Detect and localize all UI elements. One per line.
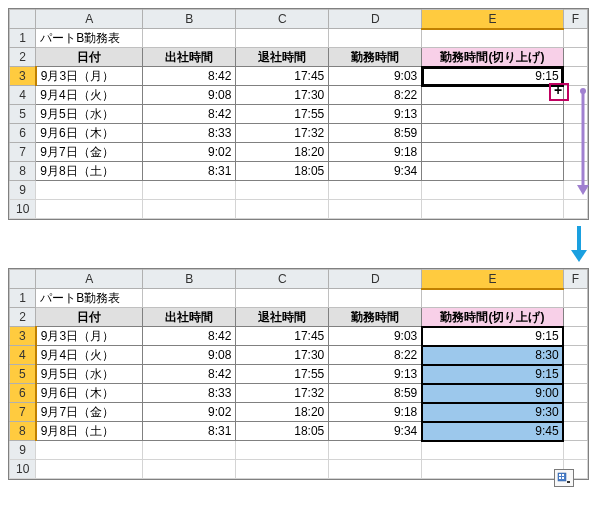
row-10[interactable]: 10 [10,200,588,219]
cell-A6[interactable]: 9月6日（木） [36,124,143,143]
column-headers[interactable]: A B C D E F [10,270,588,289]
cell-A4[interactable]: 9月4日（火） [36,346,143,365]
cell-B6[interactable]: 8:33 [143,124,236,143]
rowhdr-2[interactable]: 2 [10,48,36,67]
cell-B3[interactable]: 8:42 [143,327,236,346]
cell-D6[interactable]: 8:59 [329,124,422,143]
cell-A4[interactable]: 9月4日（火） [36,86,143,105]
col-E[interactable]: E [422,270,563,289]
rowhdr-7[interactable]: 7 [10,403,36,422]
cell-E8[interactable] [422,162,563,181]
cell-E6[interactable] [422,124,563,143]
rowhdr-10[interactable]: 10 [10,460,36,479]
hdr-work[interactable]: 勤務時間 [329,48,422,67]
column-headers[interactable]: A B C D E F [10,10,588,29]
rowhdr-6[interactable]: 6 [10,124,36,143]
hdr-start[interactable]: 出社時間 [143,308,236,327]
col-E[interactable]: E [422,10,563,29]
col-B[interactable]: B [143,270,236,289]
rowhdr-4[interactable]: 4 [10,86,36,105]
cell-C3[interactable]: 17:45 [236,67,329,86]
row-6[interactable]: 69月6日（木）8:3317:328:599:00 [10,384,588,403]
rowhdr-1[interactable]: 1 [10,29,36,48]
row-5[interactable]: 59月5日（水）8:4217:559:13 [10,105,588,124]
cell-B8[interactable]: 8:31 [143,422,236,441]
row-2[interactable]: 2 日付 出社時間 退社時間 勤務時間 勤務時間(切り上げ) [10,308,588,327]
row-1[interactable]: 1 パートB勤務表 [10,289,588,308]
cell-D4[interactable]: 8:22 [329,86,422,105]
cell-D4[interactable]: 8:22 [329,346,422,365]
rowhdr-10[interactable]: 10 [10,200,36,219]
row-1[interactable]: 1 パートB勤務表 [10,29,588,48]
row-3[interactable]: 39月3日（月）8:4217:459:039:15 [10,327,588,346]
cell-A3[interactable]: 9月3日（月） [36,67,143,86]
cell-C5[interactable]: 17:55 [236,365,329,384]
hdr-round[interactable]: 勤務時間(切り上げ) [422,308,563,327]
rowhdr-9[interactable]: 9 [10,441,36,460]
cell-C6[interactable]: 17:32 [236,384,329,403]
cell-C7[interactable]: 18:20 [236,143,329,162]
cell-B7[interactable]: 9:02 [143,403,236,422]
cell-B6[interactable]: 8:33 [143,384,236,403]
cell-E4[interactable] [422,86,563,105]
cell-E6[interactable]: 9:00 [422,384,563,403]
cell-E7[interactable] [422,143,563,162]
rowhdr-6[interactable]: 6 [10,384,36,403]
autofill-options-button[interactable] [554,469,574,487]
cell-D8[interactable]: 9:34 [329,162,422,181]
cell-E7[interactable]: 9:30 [422,403,563,422]
cell-D8[interactable]: 9:34 [329,422,422,441]
cell-C6[interactable]: 17:32 [236,124,329,143]
col-A[interactable]: A [36,270,143,289]
cell-C8[interactable]: 18:05 [236,162,329,181]
title-cell[interactable]: パートB勤務表 [36,29,143,48]
col-C[interactable]: C [236,270,329,289]
cell-A5[interactable]: 9月5日（水） [36,105,143,124]
cell-C4[interactable]: 17:30 [236,346,329,365]
row-5[interactable]: 59月5日（水）8:4217:559:139:15 [10,365,588,384]
cell-B5[interactable]: 8:42 [143,365,236,384]
rowhdr-4[interactable]: 4 [10,346,36,365]
grid-after[interactable]: A B C D E F 1 パートB勤務表 2 日付 出社時間 退社時間 勤務時… [9,269,588,479]
hdr-end[interactable]: 退社時間 [236,308,329,327]
cell-C5[interactable]: 17:55 [236,105,329,124]
col-D[interactable]: D [329,270,422,289]
cell-A5[interactable]: 9月5日（水） [36,365,143,384]
row-9[interactable]: 9 [10,181,588,200]
rowhdr-9[interactable]: 9 [10,181,36,200]
rowhdr-3[interactable]: 3 [10,67,36,86]
cell-E4[interactable]: 8:30 [422,346,563,365]
cell-B7[interactable]: 9:02 [143,143,236,162]
rowhdr-8[interactable]: 8 [10,162,36,181]
row-7[interactable]: 79月7日（金）9:0218:209:18 [10,143,588,162]
cell-B4[interactable]: 9:08 [143,86,236,105]
cell-E3[interactable]: 9:15 [422,67,563,86]
select-all-corner[interactable] [10,270,36,289]
col-C[interactable]: C [236,10,329,29]
cell-C3[interactable]: 17:45 [236,327,329,346]
rowhdr-3[interactable]: 3 [10,327,36,346]
row-4[interactable]: 49月4日（火）9:0817:308:22 [10,86,588,105]
hdr-round[interactable]: 勤務時間(切り上げ) [422,48,563,67]
hdr-date[interactable]: 日付 [36,48,143,67]
row-8[interactable]: 89月8日（土）8:3118:059:349:45 [10,422,588,441]
row-7[interactable]: 79月7日（金）9:0218:209:189:30 [10,403,588,422]
col-F[interactable]: F [563,10,587,29]
row-4[interactable]: 49月4日（火）9:0817:308:228:30 [10,346,588,365]
rowhdr-8[interactable]: 8 [10,422,36,441]
cell-D7[interactable]: 9:18 [329,403,422,422]
cell-B3[interactable]: 8:42 [143,67,236,86]
cell-D3[interactable]: 9:03 [329,67,422,86]
cell-D5[interactable]: 9:13 [329,105,422,124]
col-B[interactable]: B [143,10,236,29]
row-10[interactable]: 10 [10,460,588,479]
row-6[interactable]: 69月6日（木）8:3317:328:59 [10,124,588,143]
hdr-start[interactable]: 出社時間 [143,48,236,67]
grid-before[interactable]: A B C D E F 1 パートB勤務表 2 日付 出社時間 退社時間 勤務時… [9,9,588,219]
cell-A7[interactable]: 9月7日（金） [36,403,143,422]
rowhdr-7[interactable]: 7 [10,143,36,162]
cell-C8[interactable]: 18:05 [236,422,329,441]
rowhdr-5[interactable]: 5 [10,105,36,124]
cell-B8[interactable]: 8:31 [143,162,236,181]
row-9[interactable]: 9 [10,441,588,460]
